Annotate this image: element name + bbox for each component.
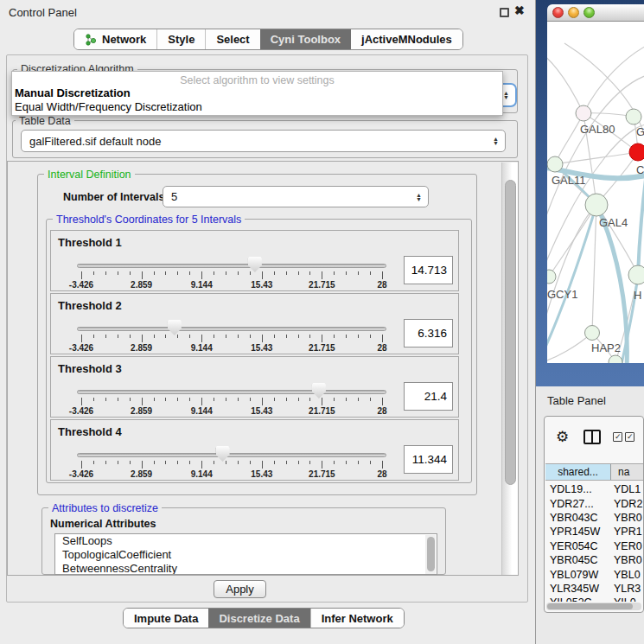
checkbox-icon[interactable]: ✓: [613, 432, 622, 442]
attribute-list-item[interactable]: BetweennessCentrality: [55, 562, 437, 575]
column-header-name[interactable]: na: [611, 464, 644, 480]
close-icon[interactable]: ✖: [514, 3, 525, 17]
checkbox-icon[interactable]: ✓: [625, 432, 634, 442]
table-cell[interactable]: YDR27...: [545, 498, 612, 510]
numerical-attributes-list[interactable]: SelfLoopsTopologicalCoefficientBetweenne…: [54, 533, 437, 575]
table-cell[interactable]: YBR0: [612, 512, 644, 524]
table-cell[interactable]: YDL19...: [545, 483, 612, 495]
threshold-slider-thumb[interactable]: [248, 257, 262, 272]
tab-cyni-toolbox[interactable]: Cyni Toolbox: [260, 29, 351, 49]
attribute-list-item[interactable]: TopologicalCoefficient: [55, 548, 437, 562]
table-cell[interactable]: YLR345W: [545, 583, 612, 595]
threshold-slider-thumb[interactable]: [312, 383, 326, 399]
network-node[interactable]: [609, 355, 622, 363]
table-cell[interactable]: YER054C: [545, 540, 612, 552]
tab-style[interactable]: Style: [156, 29, 205, 49]
network-node-gcy1[interactable]: [547, 270, 556, 284]
threshold-slider-track[interactable]: [77, 453, 386, 457]
network-node-gal11[interactable]: [547, 156, 563, 172]
threshold-slider-track[interactable]: [77, 264, 386, 268]
threshold-slider-track[interactable]: [77, 327, 386, 331]
mac-minimize-button[interactable]: [568, 7, 579, 18]
network-edge[interactable]: [547, 52, 583, 113]
table-horizontal-scrollbar-thumb[interactable]: [547, 603, 633, 609]
table-cell[interactable]: YPR145W: [545, 526, 612, 538]
table-row[interactable]: YIL052CYIL0: [545, 596, 644, 602]
attributes-scrollbar-thumb[interactable]: [427, 537, 435, 571]
apply-button[interactable]: Apply: [214, 580, 266, 598]
node-label: GAL11: [552, 174, 586, 187]
network-node-ga[interactable]: [626, 109, 641, 124]
threshold-label: Threshold 4: [58, 425, 122, 438]
threshold-slider-track[interactable]: [77, 390, 386, 394]
table-horizontal-scrollbar[interactable]: [546, 603, 641, 610]
table-cell[interactable]: YIL0: [612, 596, 644, 602]
tab-infer-network[interactable]: Infer Network: [310, 609, 404, 628]
tab-jactivemnodules[interactable]: jActiveMNodules: [351, 29, 462, 49]
network-edge[interactable]: [547, 333, 592, 363]
mac-zoom-button[interactable]: [583, 7, 595, 18]
tick-mark: [382, 398, 383, 405]
network-edge[interactable]: [555, 113, 583, 164]
tick-mark: [250, 335, 251, 338]
dropdown-option-equal-width[interactable]: Equal Width/Frequency Discretization: [12, 100, 502, 114]
network-edge[interactable]: [592, 205, 596, 333]
network-edge[interactable]: [583, 43, 644, 113]
threshold-slider-thumb[interactable]: [168, 320, 182, 335]
table-cell[interactable]: YER0: [612, 540, 644, 552]
network-node-gal4[interactable]: [585, 194, 608, 216]
network-window-titlebar[interactable]: [547, 4, 644, 22]
network-node-gal80[interactable]: [576, 105, 591, 121]
table-cell[interactable]: YLR3: [612, 583, 644, 595]
mac-close-button[interactable]: [552, 7, 564, 18]
network-node-c[interactable]: [629, 143, 644, 161]
table-cell[interactable]: YDL1: [612, 483, 644, 495]
table-cell[interactable]: YBR045C: [545, 554, 612, 566]
threshold-value-field[interactable]: 14.713: [404, 256, 453, 284]
tab-discretize-data[interactable]: Discretize Data: [208, 609, 309, 628]
network-canvas[interactable]: GAL80GACGAL11GAL4GCY1HHAP2: [547, 22, 644, 363]
threshold-value-field[interactable]: 6.316: [404, 319, 453, 348]
table-row[interactable]: YBR043CYBR0: [545, 511, 644, 525]
table-row[interactable]: YDR27...YDR2: [545, 496, 644, 510]
table-row[interactable]: YBR045CYBR0: [545, 553, 644, 567]
table-cell[interactable]: YPR1: [612, 526, 644, 538]
table-cell[interactable]: YBL0: [612, 569, 644, 581]
tick-mark: [274, 461, 275, 464]
split-columns-icon[interactable]: [583, 430, 601, 444]
threshold-slider-thumb[interactable]: [216, 446, 230, 462]
table-row[interactable]: YLR345WYLR3: [545, 582, 644, 596]
tab-network[interactable]: Network: [74, 29, 156, 49]
table-row[interactable]: YDL19...YDL1: [545, 482, 644, 496]
table-row[interactable]: YPR145WYPR1: [545, 525, 644, 539]
attribute-list-item[interactable]: SelfLoops: [55, 534, 437, 548]
table-row[interactable]: YBL079WYBL0: [545, 567, 644, 581]
network-edge[interactable]: [638, 143, 644, 275]
tab-impute-data[interactable]: Impute Data: [124, 609, 208, 628]
threshold-value-field[interactable]: 21.4: [404, 382, 453, 411]
table-cell[interactable]: YDR2: [612, 498, 644, 510]
network-edge[interactable]: [555, 152, 638, 164]
tab-select[interactable]: Select: [205, 29, 259, 49]
table-cell[interactable]: YBR0: [612, 554, 644, 566]
table-cell[interactable]: YBR043C: [545, 512, 612, 524]
table-cell[interactable]: YBL079W: [545, 569, 612, 581]
settings-scrollbar[interactable]: [501, 163, 519, 576]
table-row[interactable]: YER054CYER0: [545, 539, 644, 553]
tick-label: 28: [377, 469, 386, 479]
attributes-scrollbar[interactable]: [425, 535, 436, 575]
settings-scrollbar-thumb[interactable]: [505, 180, 516, 485]
number-of-intervals-combobox[interactable]: 5 ▲▼: [163, 186, 429, 207]
column-header-shared[interactable]: shared...: [545, 464, 611, 480]
dropdown-option-manual[interactable]: Manual Discretization: [12, 86, 502, 100]
network-node-h[interactable]: [628, 265, 644, 284]
threshold-value-field[interactable]: 11.344: [404, 445, 453, 474]
table-data-combobox[interactable]: galFiltered.sif default node ▲▼: [21, 130, 506, 152]
float-window-icon[interactable]: [500, 8, 509, 17]
network-edge[interactable]: [549, 205, 596, 277]
tick-mark: [214, 335, 214, 338]
gear-icon[interactable]: ⚙: [556, 428, 569, 446]
table-cell[interactable]: YIL052C: [545, 596, 612, 602]
network-node-hap2[interactable]: [585, 326, 600, 341]
network-icon: [85, 34, 97, 46]
